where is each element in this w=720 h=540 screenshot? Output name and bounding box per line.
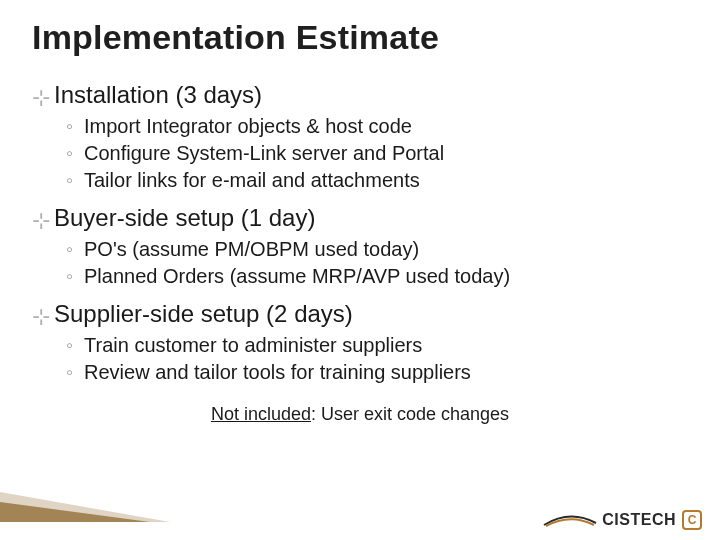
sub-list: ◦Import Integrator objects & host code ◦…: [66, 113, 688, 194]
section-row: ⊹ Installation (3 days): [32, 81, 688, 109]
list-item: ◦Import Integrator objects & host code: [66, 113, 688, 140]
list-item: ◦PO's (assume PM/OBPM used today): [66, 236, 688, 263]
ring-icon: ◦: [66, 167, 78, 194]
logo-swoosh-icon: [542, 513, 598, 527]
section-row: ⊹ Buyer-side setup (1 day): [32, 204, 688, 232]
item-text: Tailor links for e-mail and attachments: [84, 167, 420, 194]
ring-icon: ◦: [66, 113, 78, 140]
logo: CISTECH C: [542, 510, 702, 530]
list-item: ◦Planned Orders (assume MRP/AVP used tod…: [66, 263, 688, 290]
ring-icon: ◦: [66, 332, 78, 359]
list-item: ◦Review and tailor tools for training su…: [66, 359, 688, 386]
svg-marker-1: [0, 502, 150, 522]
section-row: ⊹ Supplier-side setup (2 days): [32, 300, 688, 328]
wedge-decoration-icon: [0, 452, 170, 522]
item-text: Train customer to administer suppliers: [84, 332, 422, 359]
list-item: ◦Tailor links for e-mail and attachments: [66, 167, 688, 194]
item-text: Review and tailor tools for training sup…: [84, 359, 471, 386]
ring-icon: ◦: [66, 236, 78, 263]
footnote: Not included: User exit code changes: [32, 404, 688, 425]
list-item: ◦Train customer to administer suppliers: [66, 332, 688, 359]
logo-mark-icon: C: [682, 510, 702, 530]
section-heading: Buyer-side setup (1 day): [54, 204, 315, 232]
item-text: Import Integrator objects & host code: [84, 113, 412, 140]
bullet-icon: ⊹: [32, 210, 46, 232]
svg-marker-0: [0, 492, 170, 522]
footnote-label: Not included: [211, 404, 311, 424]
section-heading: Supplier-side setup (2 days): [54, 300, 353, 328]
item-text: PO's (assume PM/OBPM used today): [84, 236, 419, 263]
ring-icon: ◦: [66, 263, 78, 290]
section-heading: Installation (3 days): [54, 81, 262, 109]
list-item: ◦Configure System-Link server and Portal: [66, 140, 688, 167]
ring-icon: ◦: [66, 140, 78, 167]
sub-list: ◦Train customer to administer suppliers …: [66, 332, 688, 386]
bullet-icon: ⊹: [32, 87, 46, 109]
item-text: Configure System-Link server and Portal: [84, 140, 444, 167]
footnote-text: : User exit code changes: [311, 404, 509, 424]
ring-icon: ◦: [66, 359, 78, 386]
slide: Implementation Estimate ⊹ Installation (…: [0, 0, 720, 540]
page-title: Implementation Estimate: [32, 18, 688, 57]
sub-list: ◦PO's (assume PM/OBPM used today) ◦Plann…: [66, 236, 688, 290]
bullet-icon: ⊹: [32, 306, 46, 328]
item-text: Planned Orders (assume MRP/AVP used toda…: [84, 263, 510, 290]
logo-text: CISTECH: [602, 511, 676, 529]
